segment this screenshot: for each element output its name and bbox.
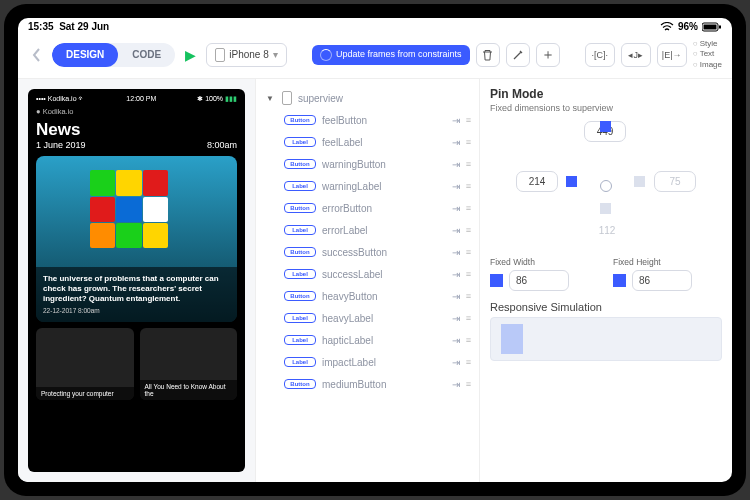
element-name: feelLabel <box>322 137 446 148</box>
canvas-panel: •••• Kodika.io ᯤ 12:00 PM ✱ 100% ▮▮▮ ● K… <box>18 79 256 482</box>
element-name: feelButton <box>322 115 446 126</box>
pin-right-toggle[interactable] <box>634 176 645 187</box>
drag-handle-icon[interactable]: ≡ <box>466 269 469 279</box>
device-picker[interactable]: iPhone 8 ▾ <box>206 43 286 67</box>
disclosure-triangle-icon[interactable]: ▼ <box>266 94 274 103</box>
hero-card[interactable]: The universe of problems that a computer… <box>36 156 237 322</box>
pin-bottom-toggle[interactable] <box>600 203 611 214</box>
element-type-badge: Button <box>284 159 316 169</box>
pin-bottom-input[interactable]: 112 <box>586 221 628 240</box>
align-e-button[interactable]: |E|→ <box>657 43 687 67</box>
pin-top-toggle[interactable] <box>600 121 611 132</box>
tab-design[interactable]: DESIGN <box>52 43 118 67</box>
pin-left-toggle[interactable] <box>566 176 577 187</box>
align-c-button[interactable]: ·[C]· <box>585 43 615 67</box>
element-name: warningButton <box>322 159 446 170</box>
tree-item[interactable]: ButtonheavyButton⇥≡ <box>262 285 473 307</box>
add-button[interactable]: ＋ <box>536 43 560 67</box>
tree-item[interactable]: LabelwarningLabel⇥≡ <box>262 175 473 197</box>
element-type-badge: Button <box>284 291 316 301</box>
pin-left-input[interactable]: 214 <box>516 171 558 192</box>
refresh-icon <box>320 49 332 61</box>
constraint-icon[interactable]: ⇥ <box>452 269 460 280</box>
drag-handle-icon[interactable]: ≡ <box>466 357 469 367</box>
pin-diagram[interactable]: 449 214 75 112 <box>516 121 696 251</box>
fixed-height-toggle[interactable] <box>613 274 626 287</box>
element-name: impactLabel <box>322 357 446 368</box>
inspector-tabs[interactable]: StyleTextImage <box>693 39 722 70</box>
tree-item[interactable]: ButtonfeelButton⇥≡ <box>262 109 473 131</box>
view-icon <box>282 91 292 105</box>
constraint-icon[interactable]: ⇥ <box>452 115 460 126</box>
mode-segmented[interactable]: DESIGN CODE <box>52 43 175 67</box>
tree-item[interactable]: LabelimpactLabel⇥≡ <box>262 351 473 373</box>
drag-handle-icon[interactable]: ≡ <box>466 335 469 345</box>
element-name: successLabel <box>322 269 446 280</box>
svg-rect-2 <box>719 25 721 28</box>
fixed-width-label: Fixed Width <box>490 257 599 267</box>
element-type-badge: Label <box>284 313 316 323</box>
fixed-width-toggle[interactable] <box>490 274 503 287</box>
constraint-icon[interactable]: ⇥ <box>452 335 460 346</box>
phone-mock[interactable]: •••• Kodika.io ᯤ 12:00 PM ✱ 100% ▮▮▮ ● K… <box>28 89 245 472</box>
magic-button[interactable] <box>506 43 530 67</box>
tree-item[interactable]: LabelerrorLabel⇥≡ <box>262 219 473 241</box>
constraint-icon[interactable]: ⇥ <box>452 247 460 258</box>
constraint-icon[interactable]: ⇥ <box>452 225 460 236</box>
drag-handle-icon[interactable]: ≡ <box>466 203 469 213</box>
wand-icon <box>512 49 524 61</box>
element-type-badge: Label <box>284 269 316 279</box>
trash-icon <box>482 49 493 61</box>
constraint-icon[interactable]: ⇥ <box>452 203 460 214</box>
drag-handle-icon[interactable]: ≡ <box>466 291 469 301</box>
drag-handle-icon[interactable]: ≡ <box>466 247 469 257</box>
phone-status-bar: •••• Kodika.io ᯤ 12:00 PM ✱ 100% ▮▮▮ <box>36 95 237 103</box>
delete-button[interactable] <box>476 43 500 67</box>
tree-item[interactable]: LabelsuccessLabel⇥≡ <box>262 263 473 285</box>
fixed-height-input[interactable] <box>632 270 692 291</box>
element-name: errorButton <box>322 203 446 214</box>
constraint-icon[interactable]: ⇥ <box>452 159 460 170</box>
drag-handle-icon[interactable]: ≡ <box>466 159 469 169</box>
pin-mode-title: Pin Mode <box>490 87 722 101</box>
constraint-icon[interactable]: ⇥ <box>452 313 460 324</box>
element-type-badge: Label <box>284 225 316 235</box>
constraint-icon[interactable]: ⇥ <box>452 181 460 192</box>
tree-item[interactable]: ButtonsuccessButton⇥≡ <box>262 241 473 263</box>
responsive-grid[interactable] <box>490 317 722 361</box>
drag-handle-icon[interactable]: ≡ <box>466 225 469 235</box>
tree-item[interactable]: ButtonwarningButton⇥≡ <box>262 153 473 175</box>
news-hour: 8:00am <box>207 140 237 150</box>
pin-right-input[interactable]: 75 <box>654 171 696 192</box>
tree-item[interactable]: LabelhapticLabel⇥≡ <box>262 329 473 351</box>
constraint-icon[interactable]: ⇥ <box>452 379 460 390</box>
small-card-2[interactable]: All You Need to Know About the <box>140 328 238 400</box>
drag-handle-icon[interactable]: ≡ <box>466 181 469 191</box>
drag-handle-icon[interactable]: ≡ <box>466 379 469 389</box>
play-button[interactable]: ▶ <box>185 47 196 63</box>
constraint-icon[interactable]: ⇥ <box>452 291 460 302</box>
tab-code[interactable]: CODE <box>118 43 175 67</box>
tree-item[interactable]: LabelheavyLabel⇥≡ <box>262 307 473 329</box>
pin-mode-subtitle: Fixed dimensions to superview <box>490 103 722 113</box>
drag-handle-icon[interactable]: ≡ <box>466 115 469 125</box>
constraint-icon[interactable]: ⇥ <box>452 137 460 148</box>
news-title: News <box>36 120 237 140</box>
tree-root[interactable]: ▼ superview <box>262 87 473 109</box>
device-icon <box>215 48 225 62</box>
element-type-badge: Button <box>284 379 316 389</box>
constraint-icon[interactable]: ⇥ <box>452 357 460 368</box>
tree-item[interactable]: ButtonerrorButton⇥≡ <box>262 197 473 219</box>
drag-handle-icon[interactable]: ≡ <box>466 137 469 147</box>
tree-item[interactable]: ButtonmediumButton⇥≡ <box>262 373 473 395</box>
tree-item[interactable]: LabelfeelLabel⇥≡ <box>262 131 473 153</box>
fixed-width-input[interactable] <box>509 270 569 291</box>
hierarchy-panel: ▼ superview ButtonfeelButton⇥≡LabelfeelL… <box>256 79 480 482</box>
wifi-icon <box>660 22 674 32</box>
align-j-button[interactable]: ◂J▸ <box>621 43 651 67</box>
update-frames-button[interactable]: Update frames from constraints <box>312 45 470 65</box>
news-date: 1 June 2019 <box>36 140 86 150</box>
drag-handle-icon[interactable]: ≡ <box>466 313 469 323</box>
back-button[interactable] <box>28 46 46 64</box>
small-card-1[interactable]: Protecting your computer <box>36 328 134 400</box>
